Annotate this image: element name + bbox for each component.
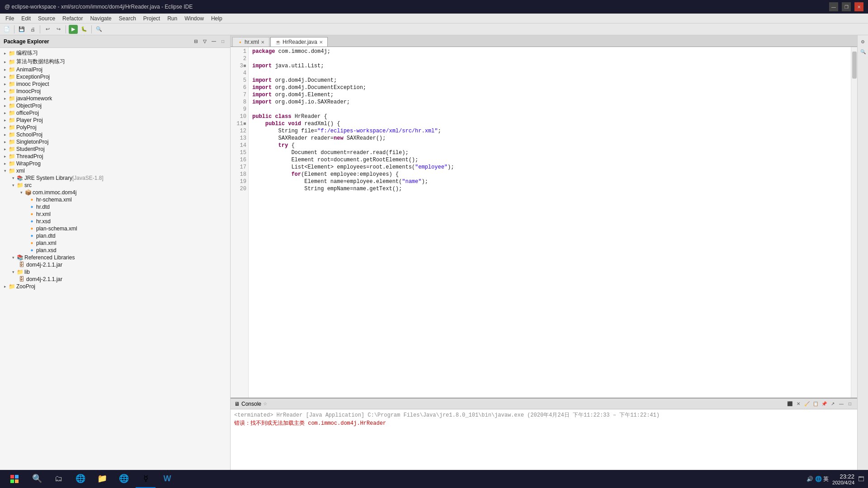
- start-button[interactable]: [4, 470, 25, 488]
- rt-tasks-btn[interactable]: ⚙: [859, 37, 868, 46]
- console-remove[interactable]: ✕: [795, 400, 802, 408]
- tab-hrreader-java[interactable]: ☕ HrReader.java ✕: [270, 37, 328, 47]
- tab-hr-xml-close[interactable]: ✕: [261, 40, 264, 45]
- pe-collapse-icon[interactable]: ⊟: [192, 38, 199, 45]
- tray-icons: 🔊 🌐 英: [807, 475, 829, 483]
- tree-item-WrapProg[interactable]: ▸ 📁 WrapProg: [0, 160, 230, 167]
- taskbar-taskview[interactable]: 🗂: [49, 470, 69, 488]
- console-open[interactable]: ↗: [829, 400, 836, 408]
- tree-item-ExceptionProj[interactable]: ▸ 📁 ExceptionProj: [0, 73, 230, 80]
- line-9: 9: [232, 106, 246, 113]
- console-pin[interactable]: 📌: [821, 400, 828, 408]
- new-button[interactable]: 📄: [2, 24, 12, 34]
- close-button[interactable]: ✕: [854, 2, 863, 11]
- project-icon: 📁: [8, 117, 15, 123]
- taskbar-explorer[interactable]: 📁: [92, 470, 112, 488]
- jar-lib-icon: 🗄: [18, 276, 25, 282]
- tree-item-ThreadProj[interactable]: ▸ 📁 ThreadProj: [0, 153, 230, 160]
- search-button[interactable]: 🔍: [94, 24, 104, 34]
- tree-item-PlayerProj[interactable]: ▸ 📁 Player Proj: [0, 117, 230, 124]
- tree-item-SchoolProj[interactable]: ▸ 📁 SchoolProj: [0, 131, 230, 138]
- tree-item-dom4j-jar-reflib[interactable]: 🗄 dom4j-2.1.1.jar: [0, 261, 230, 268]
- tree-item-dom4j-jar-lib[interactable]: 🗄 dom4j-2.1.1.jar: [0, 276, 230, 283]
- tree-item-plan.dtd[interactable]: 🔹 plan.dtd: [0, 232, 230, 239]
- menu-project[interactable]: Project: [140, 14, 164, 23]
- tree-item-ZooProj[interactable]: ▸ 📁 ZooProj: [0, 283, 230, 290]
- tree-item-hr.xsd[interactable]: 🔹 hr.xsd: [0, 218, 230, 225]
- code-content[interactable]: package com.immoc.dom4j; import java.uti…: [249, 47, 857, 398]
- redo-button[interactable]: ↪: [53, 24, 63, 34]
- tree-item-编程练习[interactable]: ▸ 📁 编程练习: [0, 49, 230, 57]
- right-toolbar: ⚙ 🔍: [857, 35, 868, 470]
- print-button[interactable]: 🖨: [28, 24, 38, 34]
- menu-source[interactable]: Source: [34, 14, 59, 23]
- menu-help[interactable]: Help: [208, 14, 226, 23]
- pe-minimize-icon[interactable]: —: [210, 38, 217, 45]
- tree-item-referenced-libraries[interactable]: ▾ 📚 Referenced Libraries: [0, 254, 230, 261]
- run-button[interactable]: ▶: [68, 24, 78, 34]
- tree-item-hr-schema.xml[interactable]: 🔸 hr-schema.xml: [0, 196, 230, 203]
- tree-item-AnimalProj[interactable]: ▸ 📁 AnimalProj: [0, 66, 230, 73]
- undo-button[interactable]: ↩: [42, 24, 52, 34]
- tree-arrow-reflib: ▾: [10, 255, 16, 260]
- package-icon: 📦: [24, 189, 32, 196]
- tree-item-ObjectProj[interactable]: ▸ 📁 ObjectProj: [0, 102, 230, 109]
- editor-content[interactable]: 1 2 3◾ 4 5 6 7 8 9 10 11◾ 12 13 14 15 16: [231, 47, 857, 398]
- tree-item-xml[interactable]: ▾ 📁 xml: [0, 167, 230, 174]
- taskbar-eclipse[interactable]: ☿: [136, 470, 156, 488]
- tree-item-SingletonProj[interactable]: ▸ 📁 SingletonProj: [0, 138, 230, 145]
- tree-item-plan-schema.xml[interactable]: 🔸 plan-schema.xml: [0, 225, 230, 232]
- taskbar-word[interactable]: W: [157, 470, 177, 488]
- taskbar-search[interactable]: 🔍: [27, 470, 47, 488]
- console-maximize[interactable]: □: [846, 400, 854, 408]
- menu-file[interactable]: File: [2, 14, 18, 23]
- console-terminate[interactable]: ⬛: [786, 400, 793, 408]
- scroll-thumb[interactable]: [852, 52, 857, 79]
- tree-item-hr.xml[interactable]: 🔸 hr.xml: [0, 211, 230, 218]
- tree-item-lib[interactable]: ▾ 📁 lib: [0, 268, 230, 276]
- project-icon: 📁: [8, 146, 15, 152]
- tree-item-imooc-project[interactable]: ▸ 📁 imooc Project: [0, 80, 230, 88]
- taskbar-chrome[interactable]: 🌐: [114, 470, 134, 488]
- console-clear[interactable]: 🧹: [803, 400, 811, 408]
- debug-button[interactable]: 🐛: [79, 24, 89, 34]
- notification-icon[interactable]: 🗔: [858, 475, 864, 483]
- tree-item-javaHomework[interactable]: ▸ 📁 javaHomework: [0, 95, 230, 102]
- src-folder-icon: 📁: [16, 182, 24, 188]
- tree-item-jre[interactable]: ▾ 📚 JRE System Library [JavaSE-1.8]: [0, 174, 230, 182]
- pe-maximize-icon[interactable]: □: [219, 38, 226, 45]
- tree-item-plan.xsd[interactable]: 🔹 plan.xsd: [0, 247, 230, 254]
- tree-item-ImoocProj[interactable]: ▸ 📁 ImoocProj: [0, 88, 230, 95]
- menu-run[interactable]: Run: [164, 14, 181, 23]
- editor-scrollbar[interactable]: [851, 47, 857, 398]
- taskbar-edge[interactable]: 🌐: [71, 470, 90, 488]
- console-copy[interactable]: 📋: [812, 400, 819, 408]
- windows-icon: [10, 474, 19, 483]
- tree-item-com-immoc-dom4j[interactable]: ▾ 📦 com.immoc.dom4j: [0, 189, 230, 196]
- line-numbers: 1 2 3◾ 4 5 6 7 8 9 10 11◾ 12 13 14 15 16: [231, 47, 249, 398]
- tree-item-算法与数据结构练习[interactable]: ▸ 📁 算法与数据结构练习: [0, 57, 230, 66]
- console-minimize[interactable]: —: [838, 400, 845, 408]
- tray-clock[interactable]: 23:22 2020/4/24: [832, 473, 854, 485]
- tab-hr-xml[interactable]: 🔸 hr.xml ✕: [232, 37, 269, 47]
- menu-navigate[interactable]: Navigate: [86, 14, 115, 23]
- tree-item-StudentProj[interactable]: ▸ 📁 StudentProj: [0, 145, 230, 153]
- tree-item-plan.xml[interactable]: 🔸 plan.xml: [0, 239, 230, 247]
- tree-item-hr.dtd[interactable]: 🔹 hr.dtd: [0, 203, 230, 211]
- save-button[interactable]: 💾: [17, 24, 27, 34]
- maximize-button[interactable]: ❐: [842, 2, 851, 11]
- menu-window[interactable]: Window: [181, 14, 208, 23]
- search-taskbar-icon: 🔍: [32, 474, 42, 483]
- minimize-button[interactable]: —: [829, 2, 838, 11]
- tab-hrreader-close[interactable]: ✕: [319, 40, 323, 45]
- menu-edit[interactable]: Edit: [18, 14, 34, 23]
- tree-item-officeProj[interactable]: ▸ 📁 officeProj: [0, 109, 230, 117]
- title-text: @ eclipse-workspace - xml/src/com/immoc/…: [5, 4, 193, 10]
- menu-refactor[interactable]: Refactor: [59, 14, 86, 23]
- tree-item-src[interactable]: ▾ 📁 src: [0, 182, 230, 189]
- rt-search-btn[interactable]: 🔍: [859, 47, 868, 56]
- tree-arrow: ▸: [2, 82, 8, 86]
- pe-menu-icon[interactable]: ▽: [201, 38, 208, 45]
- menu-search[interactable]: Search: [115, 14, 140, 23]
- tree-item-PolyProj[interactable]: ▸ 📁 PolyProj: [0, 124, 230, 131]
